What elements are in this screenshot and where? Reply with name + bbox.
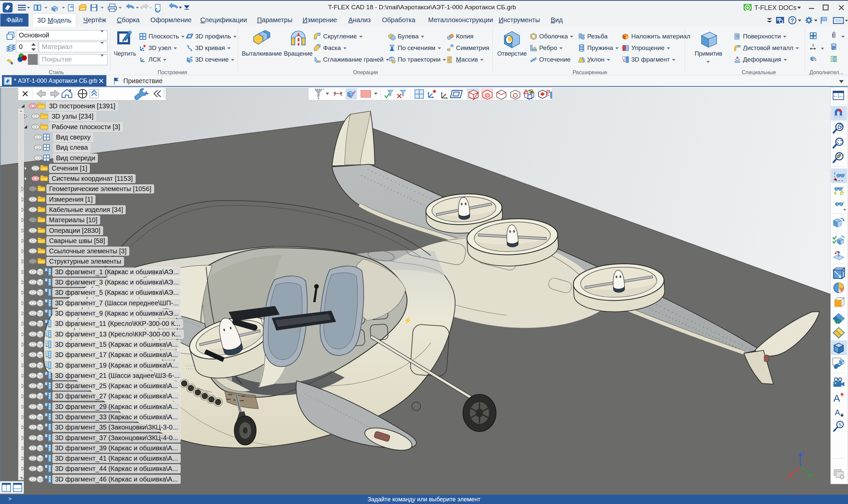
svg-text:X: X — [785, 476, 789, 482]
svg-text:T-FLEX DOCs: T-FLEX DOCs — [754, 4, 797, 11]
svg-text:5: 5 — [839, 422, 842, 428]
svg-text:5: 5 — [812, 44, 814, 47]
svg-text:Y: Y — [811, 478, 815, 483]
svg-text:A: A — [833, 393, 840, 404]
svg-text:Z: Z — [802, 451, 804, 456]
svg-text:A: A — [835, 408, 840, 417]
svg-text:?: ? — [791, 18, 794, 24]
